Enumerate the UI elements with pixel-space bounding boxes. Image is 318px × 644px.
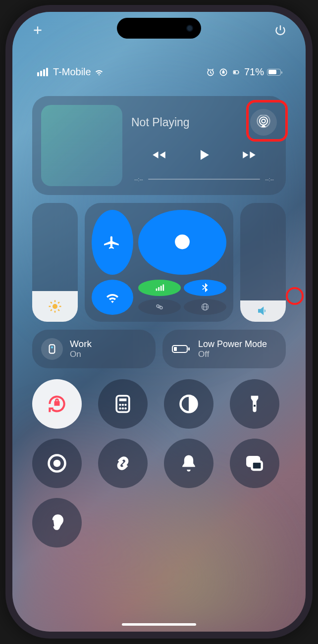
rotation-lock-status-icon: [218, 67, 228, 77]
cellular-signal-icon: [37, 68, 48, 76]
svg-point-15: [157, 305, 159, 307]
add-control-button[interactable]: [31, 24, 44, 39]
shazam-icon: [112, 452, 134, 474]
volume-slider[interactable]: [240, 203, 286, 322]
svg-point-4: [262, 119, 265, 123]
svg-rect-19: [50, 345, 55, 353]
album-art: [41, 105, 122, 186]
svg-rect-3: [234, 71, 236, 73]
flashlight-button[interactable]: [230, 379, 279, 429]
battery-icon: [267, 69, 281, 76]
focus-icon: [41, 338, 63, 360]
airplay-button[interactable]: [250, 109, 277, 136]
calculator-button[interactable]: [98, 379, 148, 429]
svg-rect-12: [158, 288, 159, 291]
lpm-title: Low Power Mode: [198, 339, 267, 349]
svg-point-7: [53, 304, 57, 309]
airplay-audio-icon: [256, 115, 271, 130]
connectivity-tile[interactable]: [85, 203, 233, 322]
low-power-tile[interactable]: Low Power Mode Off: [162, 330, 286, 368]
focus-tile[interactable]: Work On: [32, 330, 156, 368]
media-player-tile[interactable]: Not Playing --:: [32, 96, 286, 195]
media-title: Not Playing: [131, 116, 190, 129]
hearing-icon: [46, 512, 68, 534]
svg-rect-25: [119, 398, 127, 401]
elapsed: --:--: [134, 176, 143, 182]
lpm-state: Off: [198, 349, 267, 359]
hearing-button[interactable]: [32, 498, 82, 547]
status-bar: T-Mobile 71%: [12, 66, 306, 78]
focus-state: On: [70, 349, 92, 359]
phone-frame: T-Mobile 71% Not Playing: [5, 5, 313, 639]
hotspot-button[interactable]: [138, 299, 181, 315]
dynamic-island: [117, 18, 201, 39]
dark-mode-icon: [178, 393, 200, 415]
focus-name: Work: [70, 339, 92, 349]
airdrop-button[interactable]: [138, 210, 226, 275]
alarm-status-icon: [206, 67, 215, 77]
battery-percent: 71%: [244, 66, 264, 78]
play-button[interactable]: [196, 147, 212, 165]
svg-point-31: [124, 407, 126, 409]
control-center: Not Playing --:: [32, 96, 286, 612]
screen-mirror-icon: [244, 452, 265, 474]
bluetooth-button[interactable]: [184, 280, 226, 296]
screen-mirror-button[interactable]: [230, 439, 279, 488]
svg-point-5: [260, 117, 267, 125]
svg-rect-11: [156, 289, 158, 291]
svg-point-20: [51, 347, 53, 348]
svg-point-35: [53, 460, 61, 467]
remaining: --:--: [265, 176, 274, 182]
rotation-lock-button[interactable]: [32, 379, 82, 429]
low-battery-status-icon: [231, 67, 241, 77]
svg-point-16: [160, 306, 162, 309]
progress-bar[interactable]: --:-- --:--: [131, 176, 277, 182]
brightness-icon: [48, 299, 62, 314]
svg-point-26: [119, 404, 121, 406]
screen-record-button[interactable]: [32, 439, 82, 488]
silent-mode-button[interactable]: [164, 439, 213, 488]
brightness-slider[interactable]: [32, 203, 78, 322]
rotation-lock-icon: [46, 393, 68, 415]
forward-button[interactable]: [241, 147, 258, 165]
carrier-label: T-Mobile: [53, 66, 91, 78]
battery-low-icon: [171, 344, 191, 354]
svg-rect-22: [174, 347, 177, 351]
svg-point-30: [122, 407, 124, 409]
wifi-status-icon: [94, 67, 104, 77]
dark-mode-button[interactable]: [164, 379, 213, 429]
vpn-button[interactable]: [184, 299, 226, 315]
cellular-data-button[interactable]: [138, 280, 181, 296]
airplane-mode-button[interactable]: [92, 210, 133, 275]
svg-point-28: [124, 404, 126, 406]
svg-point-29: [119, 407, 121, 409]
volume-icon: [256, 303, 270, 318]
svg-rect-14: [162, 285, 164, 291]
svg-point-10: [176, 235, 189, 248]
svg-point-27: [122, 404, 124, 406]
screen-record-icon: [46, 452, 68, 474]
svg-rect-23: [188, 347, 190, 350]
screen: T-Mobile 71% Not Playing: [12, 12, 306, 632]
flashlight-icon: [244, 393, 265, 415]
svg-rect-37: [252, 461, 262, 470]
svg-rect-33: [254, 405, 256, 407]
silent-bell-icon: [178, 452, 200, 474]
wifi-button[interactable]: [92, 280, 133, 315]
rewind-button[interactable]: [151, 147, 167, 165]
svg-rect-13: [160, 286, 162, 291]
home-indicator[interactable]: [122, 623, 196, 626]
shazam-button[interactable]: [98, 439, 148, 488]
calculator-icon: [112, 393, 134, 415]
power-button[interactable]: [274, 24, 287, 39]
